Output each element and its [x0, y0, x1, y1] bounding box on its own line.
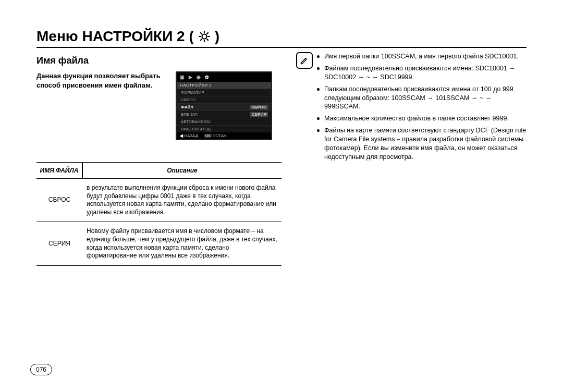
- title-prefix: Меню НАСТРОЙКИ 2 (: [36, 28, 194, 45]
- lcd-menu-row: ВПЕЧАТ.СЕРИЯ: [177, 111, 271, 118]
- lcd-row-label: ВИДЕОВЫХОД: [181, 127, 211, 131]
- back-label: НАЗАД: [184, 133, 198, 138]
- options-table: ИМЯ ФАЙЛА Описание СБРОСв результате вып…: [36, 162, 282, 266]
- intro-text: Данная функция позволяет выбрать способ …: [36, 71, 169, 90]
- note-item: Папкам последовательно присваиваются име…: [317, 85, 527, 112]
- set-label: УСТАН.: [213, 133, 228, 138]
- camera-icon: ▣: [180, 75, 185, 80]
- lcd-row-value: СЕРИЯ: [250, 112, 268, 117]
- lcd-menu-row: ФОРМАТИР.: [177, 89, 271, 96]
- mode-cell: СБРОС: [36, 179, 82, 222]
- lcd-menu-row: ФАЙЛСБРОС: [177, 103, 271, 111]
- table-row: СБРОСв результате выполнения функции сбр…: [36, 179, 282, 222]
- lcd-row-label: ФАЙЛ: [181, 105, 193, 109]
- ok-badge: OK: [204, 134, 212, 138]
- lcd-row-label: СБРОС: [181, 97, 195, 102]
- camera-lcd: ▣ ▶ ◉ ✿ НАСТРОЙКИ 2 ФОРМАТИР.СБРОСФАЙЛСБ…: [176, 71, 272, 140]
- gear2-icon: ✿: [205, 75, 209, 80]
- note-item: Файлы на карте памяти соответствуют стан…: [317, 126, 527, 162]
- lcd-row-value: СБРОС: [250, 105, 268, 109]
- page-title: Меню НАСТРОЙКИ 2 ( ): [36, 28, 527, 45]
- section-heading: Имя файла: [36, 55, 282, 66]
- play-icon: ▶: [189, 75, 192, 80]
- note-item: Файлам последовательно присваиваются име…: [317, 64, 527, 82]
- lcd-row-label: ФОРМАТИР.: [181, 90, 205, 95]
- lcd-menu-row: ВИДЕОВЫХОД: [177, 125, 271, 132]
- lcd-tab-icons: ▣ ▶ ◉ ✿: [177, 72, 271, 82]
- lcd-row-label: ВПЕЧАТ.: [181, 112, 198, 117]
- sound-icon: ◉: [197, 75, 201, 80]
- note-item: Максимальное количество файлов в папке с…: [317, 114, 527, 123]
- mode-cell: СЕРИЯ: [36, 222, 82, 265]
- gear-icon: [198, 30, 211, 43]
- col1-head: ИМЯ ФАЙЛА: [36, 163, 82, 179]
- lcd-menu-row: АВТОВЫКЛЮЧ.: [177, 118, 271, 125]
- note-list: Имя первой папки 100SSCAM, а имя первого…: [317, 52, 527, 165]
- page-number: 076: [30, 364, 52, 375]
- lcd-row-label: АВТОВЫКЛЮЧ.: [181, 119, 212, 124]
- desc-cell: в результате выполнения функции сброса к…: [82, 179, 282, 222]
- lcd-tab-head: НАСТРОЙКИ 2: [177, 82, 271, 89]
- desc-cell: Новому файлу присваивается имя в числово…: [82, 222, 282, 265]
- col2-head: Описание: [82, 163, 282, 179]
- lcd-menu-row: СБРОС: [177, 96, 271, 103]
- pencil-icon: [296, 52, 313, 69]
- options-tbody: СБРОСв результате выполнения функции сбр…: [36, 179, 282, 266]
- lcd-menu: ФОРМАТИР.СБРОСФАЙЛСБРОСВПЕЧАТ.СЕРИЯАВТОВ…: [177, 89, 271, 132]
- table-row: СЕРИЯНовому файлу присваивается имя в чи…: [36, 222, 282, 265]
- lcd-bottom: ◀ НАЗАД OK УСТАН.: [177, 132, 271, 139]
- note-item: Имя первой папки 100SSCAM, а имя первого…: [317, 52, 527, 61]
- back-arrow-icon: ◀: [180, 133, 183, 138]
- title-suffix: ): [215, 28, 219, 45]
- svg-point-0: [202, 34, 206, 39]
